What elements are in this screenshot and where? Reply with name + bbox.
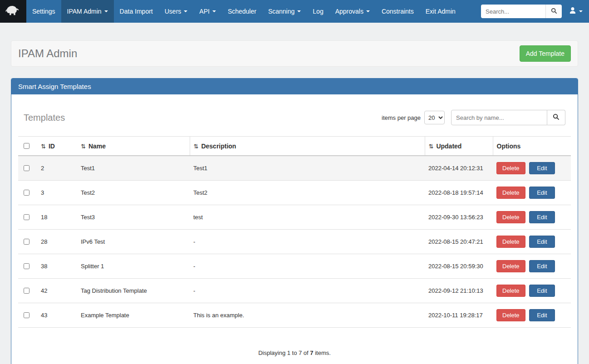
table-row: 3 Test2 Test2 2022-08-18 19:57:14 Delete…: [18, 181, 571, 205]
col-header-id[interactable]: ⇅ID: [37, 137, 77, 156]
col-header-label: Updated: [436, 143, 461, 150]
edit-button[interactable]: Edit: [529, 309, 555, 321]
col-header-options: Options: [493, 137, 571, 156]
row-checkbox[interactable]: [24, 165, 29, 171]
row-checkbox-cell: [18, 254, 37, 279]
col-header-label: ID: [49, 143, 55, 150]
cell-id: 3: [37, 181, 77, 205]
table-header-row: ⇅ID ⇅Name ⇅Description ⇅Updated Options: [18, 137, 571, 156]
user-menu[interactable]: [569, 7, 583, 16]
delete-button[interactable]: Delete: [496, 187, 525, 199]
nav-item-label: API: [199, 8, 210, 15]
nav-item-ipam-admin[interactable]: IPAM Admin: [61, 0, 114, 23]
cell-id: 2: [37, 156, 77, 181]
cell-options: Delete Edit: [493, 181, 571, 205]
nav-item-label: Scanning: [268, 8, 294, 15]
nav-item-exit-admin[interactable]: Exit Admin: [420, 0, 461, 23]
edit-button[interactable]: Edit: [529, 285, 555, 297]
nav-item-scheduler[interactable]: Scheduler: [222, 0, 262, 23]
edit-button[interactable]: Edit: [529, 187, 555, 199]
row-checkbox[interactable]: [24, 190, 29, 196]
cell-options: Delete Edit: [493, 279, 571, 303]
cell-id: 28: [37, 230, 77, 254]
row-checkbox[interactable]: [24, 214, 29, 220]
cell-name: Tag Distribution Template: [77, 279, 190, 303]
cell-updated: 2022-08-15 20:47:21: [425, 230, 493, 254]
add-template-button[interactable]: Add Template: [520, 45, 571, 62]
navbar-search-button[interactable]: [545, 5, 562, 18]
row-checkbox[interactable]: [24, 263, 29, 269]
mammoth-logo-icon: [5, 2, 21, 20]
cell-options: Delete Edit: [493, 205, 571, 230]
nav-item-label: Data Import: [120, 8, 153, 15]
nav-item-api[interactable]: API: [193, 0, 222, 23]
templates-table: ⇅ID ⇅Name ⇅Description ⇅Updated Options …: [18, 136, 571, 328]
delete-button[interactable]: Delete: [496, 162, 525, 174]
panel-body: Templates items per page 20: [11, 94, 578, 364]
cell-options: Delete Edit: [493, 303, 571, 328]
select-all-checkbox[interactable]: [24, 143, 29, 149]
caret-down-icon: [184, 10, 187, 12]
name-search-button[interactable]: [547, 110, 565, 125]
row-checkbox-cell: [18, 279, 37, 303]
sort-icon: ⇅: [41, 143, 46, 150]
cell-updated: 2022-10-11 19:28:17: [425, 303, 493, 328]
cell-options: Delete Edit: [493, 254, 571, 279]
name-search-input[interactable]: [451, 110, 547, 125]
cell-description: Test2: [190, 181, 425, 205]
templates-title: Templates: [24, 113, 382, 123]
smart-assign-templates-panel: Smart Assign Templates Templates items p…: [11, 78, 578, 364]
nav-item-label: Approvals: [335, 8, 363, 15]
row-checkbox[interactable]: [24, 288, 29, 294]
navbar-search-input[interactable]: [481, 5, 545, 18]
select-all-header: [18, 137, 37, 156]
templates-table-body: 2 Test1 Test1 2022-04-14 20:12:31 Delete…: [18, 156, 571, 328]
panel-header: Smart Assign Templates: [11, 79, 578, 94]
nav-item-label: Scheduler: [228, 8, 256, 15]
col-header-updated[interactable]: ⇅Updated: [425, 137, 493, 156]
nav-item-label: Log: [313, 8, 323, 15]
table-row: 28 IPv6 Test - 2022-08-15 20:47:21 Delet…: [18, 230, 571, 254]
cell-description: test: [190, 205, 425, 230]
edit-button[interactable]: Edit: [529, 236, 555, 248]
cell-description: Test1: [190, 156, 425, 181]
col-header-label: Name: [88, 143, 106, 150]
delete-button[interactable]: Delete: [496, 236, 525, 248]
cell-id: 43: [37, 303, 77, 328]
nav-item-label: Constraints: [382, 8, 414, 15]
edit-button[interactable]: Edit: [529, 162, 555, 174]
nav-item-data-import[interactable]: Data Import: [114, 0, 159, 23]
nav-item-scanning[interactable]: Scanning: [262, 0, 307, 23]
cell-description: -: [190, 230, 425, 254]
delete-button[interactable]: Delete: [496, 260, 525, 272]
col-header-name[interactable]: ⇅Name: [77, 137, 190, 156]
cell-description: This is an example.: [190, 303, 425, 328]
items-per-page-select[interactable]: 20: [424, 111, 445, 124]
nav-item-users[interactable]: Users: [159, 0, 194, 23]
cell-updated: 2022-09-12 21:10:13: [425, 279, 493, 303]
col-header-description[interactable]: ⇅Description: [190, 137, 425, 156]
nav-item-constraints[interactable]: Constraints: [376, 0, 420, 23]
row-checkbox[interactable]: [24, 312, 29, 318]
sort-icon: ⇅: [429, 143, 434, 150]
search-icon: [551, 8, 557, 15]
caret-down-icon: [366, 10, 370, 12]
edit-button[interactable]: Edit: [529, 211, 555, 223]
navbar-search-group: [481, 5, 562, 18]
nav-item-log[interactable]: Log: [307, 0, 329, 23]
row-checkbox[interactable]: [24, 239, 29, 245]
delete-button[interactable]: Delete: [496, 211, 525, 223]
templates-toolbar: Templates items per page 20: [18, 104, 571, 136]
delete-button[interactable]: Delete: [496, 285, 525, 297]
edit-button[interactable]: Edit: [529, 260, 555, 272]
nav-item-label: Settings: [32, 8, 55, 15]
app-logo[interactable]: [0, 0, 26, 23]
sort-icon: ⇅: [81, 143, 86, 150]
cell-name: Test3: [77, 205, 190, 230]
nav-item-settings[interactable]: Settings: [26, 0, 61, 23]
delete-button[interactable]: Delete: [496, 309, 525, 321]
cell-name: Test1: [77, 156, 190, 181]
nav-item-approvals[interactable]: Approvals: [329, 0, 376, 23]
summary-total: 7: [310, 349, 313, 356]
row-checkbox-cell: [18, 205, 37, 230]
